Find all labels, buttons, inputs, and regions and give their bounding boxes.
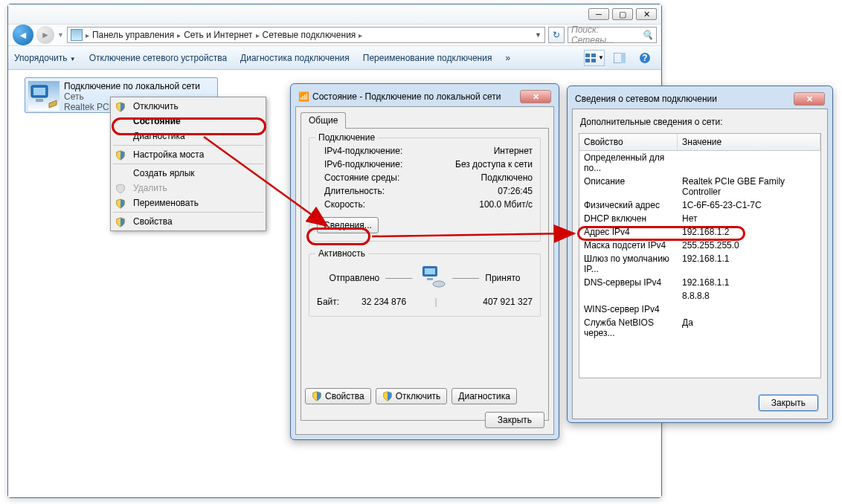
prop-value: 192.168.1.2 xyxy=(678,226,820,238)
status-key: Скорость: xyxy=(317,199,365,210)
menu-item[interactable]: Настройка моста xyxy=(112,147,264,162)
breadcrumb-2[interactable]: Сеть и Интернет xyxy=(184,30,252,40)
svg-point-14 xyxy=(433,281,445,287)
diagnose-button[interactable]: Диагностика xyxy=(451,388,517,404)
group-connection-label: Подключение xyxy=(315,132,378,143)
network-icon: 📶 xyxy=(298,91,309,102)
nav-row: ◄ ► ▼ ▸ Панель управления ▸ Сеть и Интер… xyxy=(8,24,661,46)
status-value: Интернет xyxy=(494,146,533,156)
overflow-button[interactable]: » xyxy=(505,53,510,63)
shield-icon xyxy=(115,101,126,112)
prop-name: Физический адрес xyxy=(579,199,678,211)
table-row[interactable]: Определенный для по... xyxy=(579,151,820,175)
folder-icon xyxy=(71,29,83,41)
disable-button[interactable]: Отключить xyxy=(376,388,448,404)
col-property[interactable]: Свойство xyxy=(579,134,678,150)
details-subtitle: Дополнительные сведения о сети: xyxy=(573,109,827,130)
table-row[interactable]: 8.8.8.8 xyxy=(579,289,820,303)
tab-general[interactable]: Общие xyxy=(301,112,346,129)
diagnose-button[interactable]: Диагностика подключения xyxy=(240,53,350,63)
disable-device-button[interactable]: Отключение сетевого устройства xyxy=(89,53,227,63)
rename-button[interactable]: Переименование подключения xyxy=(363,53,492,63)
close-button[interactable]: ✕ xyxy=(636,8,657,20)
menu-item[interactable]: Диагностика xyxy=(112,129,264,143)
bytes-sent: 32 234 876 xyxy=(339,297,428,307)
address-dropdown-icon[interactable]: ▼ xyxy=(535,31,541,39)
bytes-received: 407 921 327 xyxy=(443,297,533,307)
search-input[interactable]: Поиск: Сетевы... 🔍 xyxy=(568,27,657,43)
status-dialog-title: Состояние - Подключение по локальной сет… xyxy=(312,91,501,102)
table-row[interactable]: Служба NetBIOS через...Да xyxy=(579,316,820,340)
prop-value: 1C-6F-65-23-C1-7C xyxy=(678,199,820,211)
group-activity-label: Активность xyxy=(315,248,368,259)
table-row[interactable]: DHCP включенНет xyxy=(579,212,820,225)
menu-item[interactable]: Переименовать xyxy=(112,196,264,210)
svg-rect-9 xyxy=(33,88,45,95)
details-dialog: Сведения о сетевом подключении ✕ Дополни… xyxy=(567,85,833,423)
table-row[interactable]: Шлюз по умолчанию IP...192.168.1.1 xyxy=(579,252,820,276)
prop-name xyxy=(579,290,678,302)
status-row: IPv4-подключение:Интернет xyxy=(317,144,533,158)
received-label: Принято xyxy=(485,273,520,283)
activity-divider: ——— xyxy=(385,273,412,283)
view-options-button[interactable]: ▼ xyxy=(584,50,605,66)
forward-button[interactable]: ► xyxy=(36,26,54,44)
bytes-label: Байт: xyxy=(317,297,339,307)
breadcrumb-separator-icon: ▸ xyxy=(359,31,362,39)
svg-rect-13 xyxy=(427,278,433,280)
menu-item-label: Переименовать xyxy=(133,198,199,208)
prop-value: 192.168.1.1 xyxy=(678,253,820,275)
close-button[interactable]: ✕ xyxy=(520,90,551,103)
prop-value: Realtek PCIe GBE Family Controller xyxy=(678,175,820,198)
status-row: IPv6-подключение:Без доступа к сети xyxy=(317,158,533,171)
shield-icon xyxy=(115,149,126,161)
breadcrumb-1[interactable]: Панель управления xyxy=(92,30,174,40)
back-button[interactable]: ◄ xyxy=(13,25,33,45)
menu-item-label: Диагностика xyxy=(133,131,185,141)
table-row[interactable]: ОписаниеRealtek PCIe GBE Family Controll… xyxy=(579,175,820,198)
table-row[interactable]: Маска подсети IPv4255.255.255.0 xyxy=(579,239,820,252)
prop-name: Описание xyxy=(579,175,678,198)
status-key: Состояние среды: xyxy=(317,172,399,183)
menu-item[interactable]: Свойства xyxy=(112,214,264,229)
menu-item[interactable]: Состояние xyxy=(112,114,264,129)
details-button[interactable]: Сведения... xyxy=(317,217,379,233)
menu-item-label: Создать ярлык xyxy=(133,168,195,178)
preview-pane-button[interactable] xyxy=(609,50,630,66)
context-menu: ОтключитьСостояниеДиагностикаНастройка м… xyxy=(110,97,266,231)
minimize-button[interactable]: ─ xyxy=(588,8,609,20)
breadcrumb-3[interactable]: Сетевые подключения xyxy=(263,30,356,40)
menu-item[interactable]: Создать ярлык xyxy=(112,166,264,181)
bytes-divider: | xyxy=(428,297,443,307)
prop-value: 192.168.1.1 xyxy=(678,277,820,288)
organize-menu[interactable]: Упорядочить ▼ xyxy=(14,53,76,63)
menu-item: Удалить xyxy=(112,181,264,196)
table-row[interactable]: Физический адрес1C-6F-65-23-C1-7C xyxy=(579,198,820,212)
maximize-button[interactable]: ▢ xyxy=(612,8,633,20)
menu-item-label: Удалить xyxy=(133,183,167,193)
activity-divider: ——— xyxy=(452,273,479,283)
history-dropdown-icon[interactable]: ▼ xyxy=(57,31,64,39)
command-bar: Упорядочить ▼ Отключение сетевого устрой… xyxy=(8,46,661,70)
breadcrumb-separator-icon: ▸ xyxy=(86,31,89,39)
status-row: Длительность:07:26:45 xyxy=(317,184,533,198)
close-button[interactable]: Закрыть xyxy=(485,412,544,428)
prop-name: DHCP включен xyxy=(579,213,678,224)
prop-name: WINS-сервер IPv4 xyxy=(579,303,678,315)
properties-button[interactable]: Свойства xyxy=(305,388,371,404)
col-value[interactable]: Значение xyxy=(678,134,820,150)
close-button[interactable]: Закрыть xyxy=(759,395,818,411)
prop-name: DNS-серверы IPv4 xyxy=(579,277,678,288)
table-row[interactable]: DNS-серверы IPv4192.168.1.1 xyxy=(579,276,820,289)
breadcrumb-separator-icon: ▸ xyxy=(256,31,260,39)
help-button[interactable]: ? xyxy=(634,50,655,66)
prop-value: Нет xyxy=(678,213,820,224)
close-button[interactable]: ✕ xyxy=(794,92,825,106)
table-row[interactable]: WINS-сервер IPv4 xyxy=(579,303,820,316)
menu-item[interactable]: Отключить xyxy=(112,99,264,114)
address-bar[interactable]: ▸ Панель управления ▸ Сеть и Интернет ▸ … xyxy=(67,27,545,43)
status-key: IPv4-подключение: xyxy=(317,146,402,156)
svg-rect-1 xyxy=(591,54,596,57)
table-row[interactable]: Адрес IPv4192.168.1.2 xyxy=(579,225,820,239)
refresh-button[interactable]: ↻ xyxy=(548,27,565,43)
